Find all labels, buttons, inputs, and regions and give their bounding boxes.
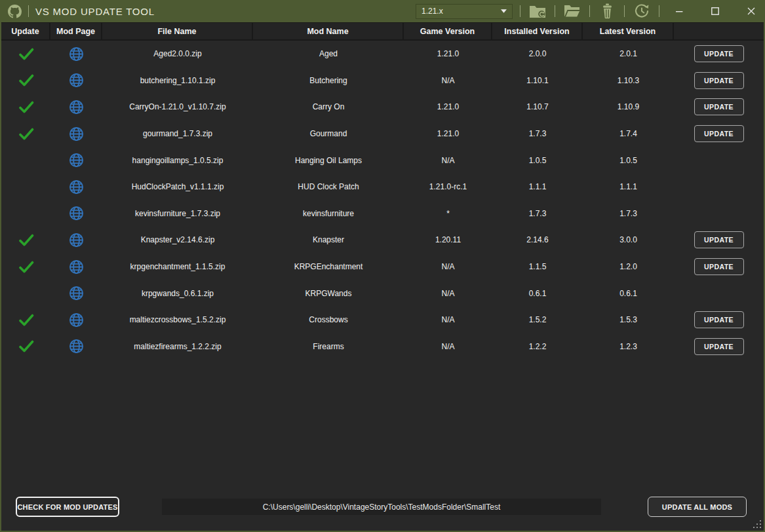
update-status-cell [1,307,50,333]
table-row: butchering_1.10.1.zipButcheringN/A1.10.1… [1,67,764,94]
installed-version-cell: 1.10.1 [492,67,583,94]
mod-name-cell: Butchering [253,67,404,94]
update-button[interactable]: UPDATE [694,45,744,62]
latest-version-cell: 1.7.3 [583,200,674,227]
game-version-cell: 1.20.11 [404,227,492,254]
latest-version-cell: 1.1.1 [583,174,674,200]
table-row: hangingoillamps_1.0.5.zipHanging Oil Lam… [1,147,764,174]
mod-page-link[interactable] [69,339,84,354]
mods-folder-path-field[interactable]: C:\Users\gelli\Desktop\VintageStoryTools… [162,499,601,515]
app-window: VS MOD UPDATE TOOL 1.21.x [0,0,765,532]
game-version-dropdown-value: 1.21.x [422,7,501,16]
check-icon [18,74,34,86]
check-icon [18,314,34,326]
game-version-cell: N/A [404,67,492,94]
titlebar-toolbar: 1.21.x [416,2,760,20]
update-action-cell [674,280,764,307]
column-header-actions [674,23,764,39]
folder-open-icon [564,5,581,18]
toolbar-divider [589,5,590,17]
game-version-dropdown[interactable]: 1.21.x [416,4,513,19]
update-button[interactable]: UPDATE [694,98,744,115]
check-updates-refresh-button[interactable] [632,2,652,20]
open-folder-button[interactable] [562,2,582,20]
coffee-cup-icon [602,3,613,19]
mod-page-link[interactable] [69,233,84,248]
maximize-button[interactable] [707,2,724,20]
update-status-cell [1,67,50,94]
mod-name-cell: Gourmand [253,121,404,147]
update-status-cell [1,280,50,307]
check-icon [18,261,34,273]
globe-icon [69,233,84,248]
donate-coffee-button[interactable] [597,2,617,20]
globe-icon [69,286,84,301]
close-button[interactable] [743,2,760,20]
latest-version-cell: 1.5.3 [583,307,674,333]
update-button[interactable]: UPDATE [694,72,744,89]
update-action-cell: UPDATE [674,67,764,94]
table-row: maltiezcrossbows_1.5.2.zipCrossbowsN/A1.… [1,307,764,333]
latest-version-cell: 1.0.5 [583,147,674,174]
mod-page-link[interactable] [69,153,84,168]
table-row: krpgenchantment_1.1.5.zipKRPGEnchantment… [1,254,764,280]
mod-page-link[interactable] [69,313,84,328]
check-for-mod-updates-button[interactable]: CHECK FOR MOD UPDATES [16,497,119,517]
mod-name-cell: KRPGWands [253,280,404,307]
update-status-cell [1,333,50,360]
mod-page-cell [50,121,102,147]
game-version-cell: N/A [404,280,492,307]
mod-page-link[interactable] [69,47,84,62]
update-all-mods-button[interactable]: UPDATE ALL MODS [648,497,747,517]
update-button[interactable]: UPDATE [694,338,744,355]
resize-grip[interactable] [753,520,762,529]
close-icon [747,7,755,15]
check-icon [18,48,34,60]
mod-page-link[interactable] [69,286,84,301]
update-button[interactable]: UPDATE [694,258,744,275]
file-name-cell: butchering_1.10.1.zip [102,67,253,94]
latest-version-cell: 1.7.4 [583,121,674,147]
mod-page-link[interactable] [69,259,84,275]
game-version-cell: N/A [404,307,492,333]
mod-name-cell: Aged [253,41,404,67]
mod-page-link[interactable] [69,126,84,142]
mod-page-cell [50,174,102,200]
table-header: Update Mod Page File Name Mod Name Game … [1,22,764,41]
column-header-mod-page: Mod Page [50,23,102,39]
mod-page-cell [50,200,102,227]
update-status-cell [1,200,50,227]
column-header-update: Update [1,23,50,39]
update-button[interactable]: UPDATE [694,125,744,142]
update-action-cell: UPDATE [674,121,764,147]
github-icon[interactable] [8,5,22,18]
maximize-icon [711,7,719,15]
installed-version-cell: 1.5.2 [492,307,583,333]
table-row: gourmand_1.7.3.zipGourmand1.21.01.7.31.7… [1,121,764,147]
latest-version-cell: 3.0.0 [583,227,674,254]
update-action-cell: UPDATE [674,254,764,280]
minimize-button[interactable] [671,2,688,20]
installed-version-cell: 1.10.7 [492,94,583,121]
reload-mods-folder-button[interactable] [528,2,547,20]
app-title: VS MOD UPDATE TOOL [35,6,155,17]
mod-page-link[interactable] [69,73,84,88]
mod-table-body: Aged2.0.0.zipAged1.21.02.0.02.0.1UPDATEb… [1,41,764,360]
update-action-cell: UPDATE [674,227,764,254]
mod-page-cell [50,227,102,254]
file-name-cell: HudClockPatch_v1.1.1.zip [102,174,253,200]
mod-page-cell [50,307,102,333]
file-name-cell: gourmand_1.7.3.zip [102,121,253,147]
mod-page-link[interactable] [69,206,84,221]
mod-name-cell: Knapster [253,227,404,254]
update-button[interactable]: UPDATE [694,231,744,248]
game-version-cell: 1.21.0 [404,121,492,147]
globe-icon [69,339,84,354]
installed-version-cell: 0.6.1 [492,280,583,307]
update-status-cell [1,227,50,254]
file-name-cell: hangingoillamps_1.0.5.zip [102,147,253,174]
mod-page-link[interactable] [69,180,84,195]
update-button[interactable]: UPDATE [694,311,744,328]
mod-page-link[interactable] [69,100,84,115]
update-action-cell [674,174,764,200]
